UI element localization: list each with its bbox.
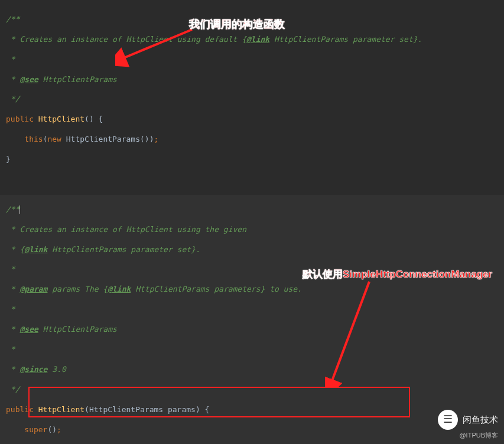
javadoc-since-tag: @since [19,365,47,374]
javadoc-text: * Creates an instance of HttpClient usin… [6,225,251,234]
kw-super: super [24,425,47,434]
javadoc-star: * [6,325,19,334]
semicolon: ; [154,135,158,143]
watermark-sub: @ITPUB博客 [438,431,498,439]
javadoc-text: * Creates an instance of HttpClient usin… [6,35,246,44]
javadoc-open: /** [6,15,19,24]
javadoc-open: /** [6,205,19,214]
watermark: ☰ 闲鱼技术 @ITPUB博客 [438,410,498,439]
javadoc-link-tag: @link [108,285,131,293]
highlight-box [28,387,410,417]
brace: { [99,115,103,123]
annotation-callout-2: 默认使用SimpleHttpConnectionManager [303,268,492,281]
javadoc-link-tag: @link [24,245,47,254]
code-editor[interactable]: /** * Creates an instance of HttpClient … [0,0,504,444]
method-name: HttpClient [38,115,84,123]
javadoc-text: * { [6,245,24,254]
javadoc-see-text: HttpClientParams [38,75,117,84]
kw-new: new [47,135,61,143]
javadoc-star: * [6,265,15,273]
javadoc-param-tag: @param [19,285,47,293]
javadoc-link-tag: @link [246,35,269,44]
javadoc-since-text: 3.0 [47,365,66,374]
javadoc-text: HttpClientParams parameter set}. [269,35,422,44]
javadoc-star: * [6,305,15,314]
javadoc-text: HttpClientParams parameters} to use. [131,285,302,293]
type-ref: HttpClientParams [66,135,140,143]
javadoc-close: */ [6,385,19,394]
text-caret [19,205,20,214]
annotation-callout-1: 我们调用的构造函数 [189,18,285,31]
javadoc-see-text: HttpClientParams [38,325,117,334]
semicolon: ; [57,425,61,434]
javadoc-star: * [6,285,19,293]
paren: () [47,425,57,434]
paren: () [84,115,94,123]
watermark-logo-icon: ☰ [438,410,458,430]
watermark-name: 闲鱼技术 [463,414,498,426]
javadoc-see-tag: @see [19,75,38,84]
brace: } [6,155,11,164]
paren: () [140,135,149,143]
kw-this: this [24,135,43,143]
javadoc-see-tag: @see [19,325,38,334]
javadoc-text: params The { [47,285,108,293]
javadoc-star: * [6,365,19,374]
javadoc-close: */ [6,94,19,103]
javadoc-star: * [6,75,19,84]
javadoc-star: * [6,55,15,64]
kw-public: public [6,115,34,123]
javadoc-star: * [6,345,15,354]
javadoc-text: HttpClientParams parameter set}. [47,245,200,254]
